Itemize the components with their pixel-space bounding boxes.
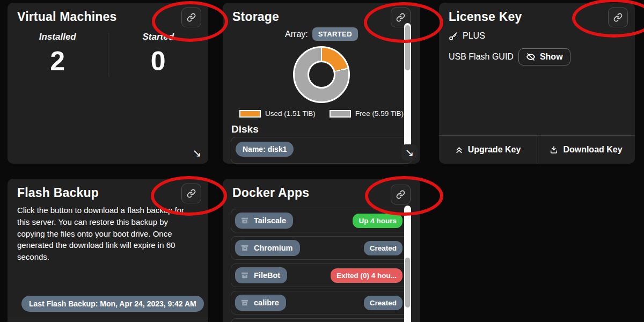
license-footer: Upgrade Key Download Key — [439, 135, 635, 164]
docker-status-badge: Created — [364, 241, 402, 255]
docker-scrollbar[interactable] — [404, 206, 411, 322]
docker-app-name: Chromium — [254, 244, 293, 252]
storage-legend: Used (1.51 TiB) Free (5.59 TiB) — [239, 109, 404, 118]
container-icon — [240, 244, 249, 252]
docker-link-button[interactable] — [391, 185, 411, 204]
expand-icon[interactable]: ↘ — [189, 145, 205, 161]
container-icon — [240, 271, 249, 280]
docker-apps-title: Docker Apps — [232, 186, 412, 200]
show-label: Show — [540, 52, 563, 62]
docker-row-calibre: calibre Created — [231, 291, 409, 314]
legend-used-swatch — [239, 110, 261, 118]
docker-app-name: Tailscale — [254, 216, 286, 225]
flash-link-button[interactable] — [181, 184, 201, 203]
angles-up-icon — [455, 146, 463, 154]
legend-used-label: Used (1.51 TiB) — [265, 109, 316, 118]
storage-scrollbar[interactable] — [404, 23, 411, 152]
link-icon — [396, 190, 405, 199]
key-icon — [449, 32, 458, 41]
license-title: License Key — [449, 10, 626, 24]
docker-status-badge: Up 4 hours — [353, 214, 402, 228]
link-icon — [187, 189, 196, 198]
vm-link-button[interactable] — [181, 8, 201, 27]
docker-row-tailscale: Tailscale Up 4 hours — [231, 209, 409, 232]
flash-backup-card: Flash Backup Click the button to downloa… — [8, 179, 208, 322]
docker-row-chromium: Chromium Created — [231, 236, 409, 260]
flash-backup-description: Click the button to download a flash bac… — [17, 204, 190, 263]
download-key-label: Download Key — [563, 145, 622, 155]
storage-donut-chart — [293, 46, 350, 103]
link-icon — [187, 13, 196, 22]
link-icon — [613, 13, 623, 22]
flash-footer-divider — [8, 318, 208, 318]
license-link-button[interactable] — [608, 8, 628, 27]
container-icon — [240, 298, 249, 307]
download-key-button[interactable]: Download Key — [537, 136, 635, 164]
disks-heading: Disks — [231, 123, 420, 135]
array-label: Array: — [285, 30, 308, 39]
legend-free-swatch — [330, 110, 351, 118]
docker-app-pill[interactable]: calibre — [235, 295, 286, 311]
docker-status-badge: Exited (0) 4 hou... — [331, 268, 402, 283]
license-tier: PLUS — [463, 31, 485, 41]
array-status-badge: STARTED — [312, 27, 358, 41]
docker-apps-card: Docker Apps Tailscale Up 4 hours — [223, 179, 420, 322]
upgrade-key-label: Upgrade Key — [468, 145, 521, 155]
vm-installed-count: 2 — [8, 46, 108, 77]
vm-stats: Installed 2 Started 0 — [8, 32, 208, 77]
storage-card: Storage Array: STARTED Used (1.51 TiB) — [223, 3, 420, 164]
docker-row-partial — [231, 318, 409, 322]
docker-status-badge: Created — [364, 296, 402, 310]
download-icon — [550, 145, 558, 154]
last-flash-backup-badge: Last Flash Backup: Mon, Apr 24, 2023, 9:… — [21, 296, 204, 312]
docker-app-pill[interactable]: FileBot — [235, 267, 287, 283]
storage-title: Storage — [232, 10, 412, 24]
docker-row-filebot: FileBot Exited (0) 4 hou... — [231, 264, 409, 287]
vm-started-count: 0 — [108, 46, 209, 77]
disk-row[interactable]: Name: disk1 — [231, 137, 412, 164]
show-guid-button[interactable]: Show — [518, 48, 570, 65]
license-key-card: License Key PLUS USB Flash GUID — [439, 3, 635, 164]
upgrade-key-button[interactable]: Upgrade Key — [439, 136, 537, 164]
container-icon — [240, 216, 249, 225]
vm-started-label: Started — [108, 32, 209, 42]
docker-app-name: FileBot — [254, 271, 280, 280]
guid-label: USB Flash GUID — [449, 52, 514, 62]
expand-icon[interactable]: ↘ — [401, 144, 418, 160]
virtual-machines-title: Virtual Machines — [17, 10, 200, 24]
dashboard: Virtual Machines Installed 2 Started 0 ↘ — [0, 0, 644, 322]
link-icon — [396, 13, 405, 22]
vm-installed-label: Installed — [8, 32, 108, 42]
flash-backup-title: Flash Backup — [17, 186, 200, 200]
docker-app-name: calibre — [254, 298, 279, 307]
docker-scrollbar-thumb[interactable] — [405, 258, 410, 308]
storage-scrollbar-thumb[interactable] — [405, 25, 410, 70]
eye-slash-icon — [526, 52, 536, 62]
disk-name-pill: Name: disk1 — [236, 142, 294, 157]
docker-app-pill[interactable]: Chromium — [235, 240, 300, 256]
virtual-machines-card: Virtual Machines Installed 2 Started 0 ↘ — [8, 3, 208, 164]
docker-app-pill[interactable]: Tailscale — [235, 213, 293, 229]
docker-app-list: Tailscale Up 4 hours Chromium Created — [231, 209, 409, 322]
legend-free-label: Free (5.59 TiB) — [355, 109, 404, 118]
